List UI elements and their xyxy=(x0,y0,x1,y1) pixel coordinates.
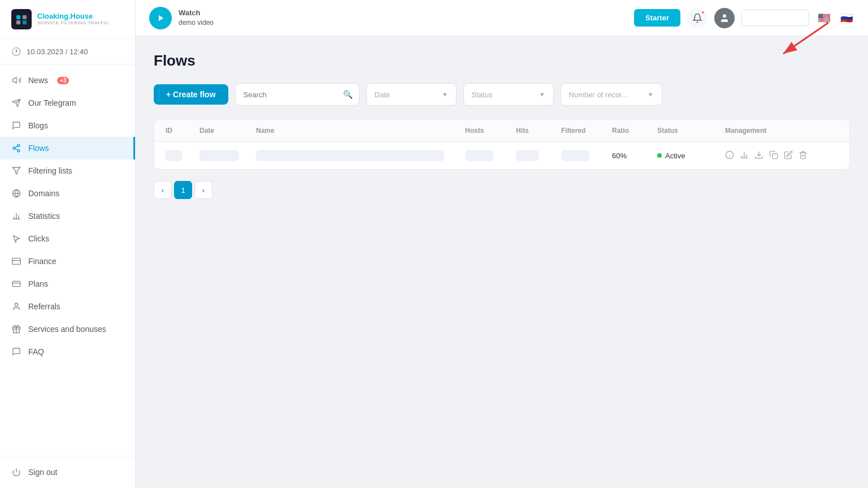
prev-page-button[interactable]: ‹ xyxy=(154,181,172,199)
search-box: 🔍 xyxy=(235,83,359,106)
main-content: Watch demo video Starter 🇺🇸 🇷🇺 xyxy=(136,0,868,488)
page-1-button[interactable]: 1 xyxy=(174,181,192,199)
chevron-down-icon: ▼ xyxy=(442,91,448,98)
sidebar-item-services[interactable]: Services and bonuses xyxy=(0,318,135,340)
row-actions xyxy=(725,150,838,161)
chart-bar-icon xyxy=(11,211,21,221)
logo: Cloaking.House SERVICE FILTERING TRAFFIC xyxy=(0,0,135,39)
row-date xyxy=(199,150,256,161)
sidebar-item-statistics[interactable]: Statistics xyxy=(0,205,135,227)
download-action-icon[interactable] xyxy=(754,150,763,161)
sidebar-item-label: Services and bonuses xyxy=(28,325,106,334)
bell-icon xyxy=(692,13,702,23)
share-icon xyxy=(11,143,21,153)
starter-button[interactable]: Starter xyxy=(634,9,680,27)
sidebar-item-faq[interactable]: FAQ xyxy=(0,340,135,363)
flag-ru[interactable]: 🇷🇺 xyxy=(839,12,854,24)
edit-action-icon[interactable] xyxy=(784,150,793,161)
gift-icon xyxy=(11,324,21,334)
sidebar-item-label: Filtering lists xyxy=(28,166,72,175)
sidebar-item-clicks[interactable]: Clicks xyxy=(0,227,135,250)
row-hosts xyxy=(465,150,516,161)
svg-rect-2 xyxy=(16,20,20,24)
svg-point-7 xyxy=(13,147,15,149)
header-right: Starter 🇺🇸 🇷🇺 xyxy=(634,8,854,28)
row-filtered xyxy=(561,150,612,161)
sidebar-item-blogs[interactable]: Blogs xyxy=(0,114,135,137)
create-flow-button[interactable]: + Create flow xyxy=(154,84,228,105)
status-filter[interactable]: Status ▼ xyxy=(463,83,554,106)
svg-rect-0 xyxy=(16,15,20,19)
sidebar-item-signout[interactable]: Sign out xyxy=(0,461,135,483)
table-header: ID Date Name Hosts Hits Filtered Ratio S… xyxy=(154,120,849,142)
sidebar-item-label: Blogs xyxy=(28,121,48,130)
faq-icon xyxy=(11,347,21,357)
sidebar-item-finance[interactable]: Finance xyxy=(0,250,135,273)
pagination: ‹ 1 › xyxy=(154,181,850,199)
user-avatar-button[interactable] xyxy=(714,8,735,28)
power-icon xyxy=(11,467,21,477)
comment-icon xyxy=(11,120,21,131)
chevron-down-icon: ▼ xyxy=(648,91,654,98)
table-row: 60% Active xyxy=(154,142,849,169)
svg-line-10 xyxy=(15,146,18,148)
language-input[interactable] xyxy=(741,10,809,26)
delete-action-icon[interactable] xyxy=(798,150,808,161)
notification-button[interactable] xyxy=(687,8,708,28)
row-id xyxy=(166,150,199,161)
demo-video-section: Watch demo video xyxy=(149,7,214,29)
status-dot xyxy=(657,153,662,158)
sidebar-item-label: Plans xyxy=(28,279,48,288)
logo-text: Cloaking.House SERVICE FILTERING TRAFFIC xyxy=(37,12,109,25)
cursor-icon xyxy=(11,234,21,244)
sidebar-item-label: Domains xyxy=(28,189,59,198)
svg-rect-20 xyxy=(12,281,20,286)
person-icon xyxy=(11,301,21,312)
user-icon xyxy=(719,13,730,23)
toolbar: + Create flow 🔍 Date ▼ Status ▼ Number o… xyxy=(154,83,850,106)
row-ratio: 60% xyxy=(612,152,657,160)
svg-rect-3 xyxy=(23,20,27,24)
sidebar-item-plans[interactable]: Plans xyxy=(0,273,135,295)
play-button[interactable] xyxy=(149,7,172,29)
sidebar-item-label: Finance xyxy=(28,257,57,266)
flows-table: ID Date Name Hosts Hits Filtered Ratio S… xyxy=(154,119,850,170)
logo-subtitle: SERVICE FILTERING TRAFFIC xyxy=(37,21,109,26)
sidebar-item-filtering[interactable]: Filtering lists xyxy=(0,159,135,182)
sidebar-item-flows[interactable]: Flows xyxy=(0,137,135,159)
sidebar-bottom: Sign out xyxy=(0,456,135,488)
sidebar-item-telegram[interactable]: Our Telegram xyxy=(0,92,135,114)
records-filter[interactable]: Number of recor... ▼ xyxy=(561,83,662,106)
sidebar-nav: News +3 Our Telegram Blogs xyxy=(0,64,135,456)
megaphone-icon xyxy=(11,75,21,85)
notification-dot xyxy=(701,10,705,15)
svg-line-9 xyxy=(15,149,18,150)
svg-marker-11 xyxy=(12,167,20,174)
date-filter[interactable]: Date ▼ xyxy=(366,83,457,106)
chart-action-icon[interactable] xyxy=(740,150,749,161)
card-icon xyxy=(11,279,21,289)
sidebar-datetime: 🕐 10.03.2023 / 12:40 xyxy=(0,39,135,64)
next-page-button[interactable]: › xyxy=(194,181,212,199)
sidebar-item-label: Clicks xyxy=(28,234,49,243)
svg-marker-26 xyxy=(159,15,163,21)
sidebar-item-referrals[interactable]: Referrals xyxy=(0,295,135,318)
svg-rect-18 xyxy=(12,258,21,265)
sidebar-item-news[interactable]: News +3 xyxy=(0,69,135,92)
news-badge: +3 xyxy=(57,77,69,84)
copy-action-icon[interactable] xyxy=(769,150,778,161)
sidebar-item-domains[interactable]: Domains xyxy=(0,182,135,205)
svg-point-22 xyxy=(15,303,18,306)
svg-rect-1 xyxy=(23,15,27,19)
sidebar-item-label: Referrals xyxy=(28,302,60,311)
flag-us[interactable]: 🇺🇸 xyxy=(816,12,832,24)
globe-icon xyxy=(11,188,21,198)
sidebar-item-label: Statistics xyxy=(28,211,60,221)
row-status: Active xyxy=(657,152,725,160)
search-icon: 🔍 xyxy=(343,90,353,99)
info-action-icon[interactable] xyxy=(725,150,734,161)
sidebar-item-label: News xyxy=(28,76,48,85)
sidebar-item-label: Flows xyxy=(28,144,49,153)
search-input[interactable] xyxy=(244,90,338,99)
row-name xyxy=(256,150,465,161)
